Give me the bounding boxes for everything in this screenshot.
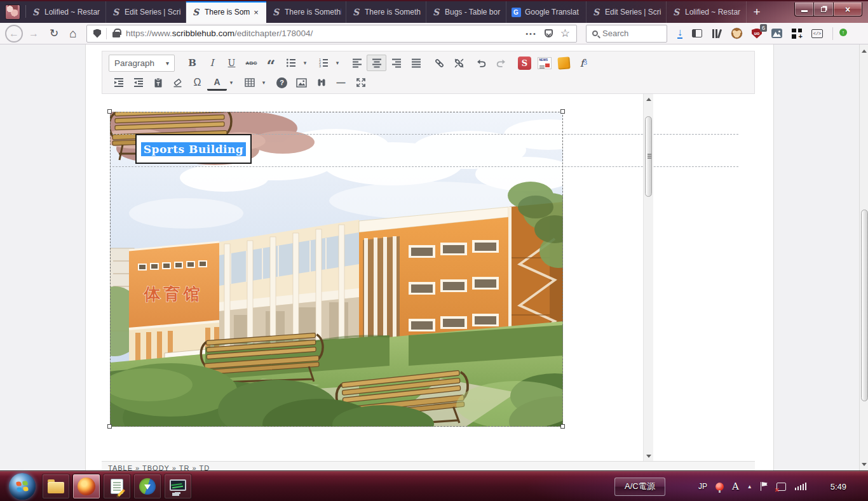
browser-scrollbar[interactable]: [859, 44, 868, 471]
taskbar-explorer-button[interactable]: [42, 474, 70, 499]
taskbar-firefox-button[interactable]: [72, 474, 100, 499]
numbered-list-button[interactable]: 123: [313, 55, 333, 71]
text-color-button[interactable]: A: [207, 74, 227, 91]
special-character-button[interactable]: Ω: [187, 74, 207, 91]
taskbar-notepad-button[interactable]: [103, 474, 131, 499]
table-button[interactable]: [240, 74, 259, 91]
indent-button[interactable]: [128, 74, 148, 91]
bullet-list-button[interactable]: [281, 55, 301, 71]
language-indicator[interactable]: JP: [698, 482, 707, 491]
tab-google-translate[interactable]: G Google Translat: [506, 1, 587, 23]
tab-bugs-table-border[interactable]: S Bugs - Table bor: [426, 1, 506, 23]
close-button[interactable]: ×: [834, 3, 862, 17]
action-center-flag-icon[interactable]: [761, 482, 768, 491]
ac-power-indicator[interactable]: A/C電源: [614, 478, 665, 496]
clear-formatting-button[interactable]: [168, 74, 187, 91]
image-extension-icon[interactable]: [771, 29, 782, 38]
align-center-button[interactable]: [367, 55, 386, 71]
tampermonkey-icon[interactable]: [731, 28, 742, 39]
fullscreen-button[interactable]: [351, 74, 370, 91]
search-bar[interactable]: [586, 25, 667, 43]
tab-there-is-something-active[interactable]: S There is Som ×: [186, 1, 266, 23]
bold-button[interactable]: B: [182, 55, 202, 71]
scribblehub-shortcode-button[interactable]: S: [515, 55, 534, 71]
table-caret-icon[interactable]: ▾: [259, 74, 268, 91]
sidebar-icon[interactable]: [692, 29, 702, 37]
search-input[interactable]: [602, 29, 653, 38]
author-note-button[interactable]: [554, 55, 574, 71]
paragraph-format-select[interactable]: Paragraph ▾: [109, 55, 175, 72]
library-icon[interactable]: [712, 29, 722, 38]
code-extension-icon[interactable]: </>: [811, 29, 823, 38]
new-tab-button[interactable]: +: [747, 1, 767, 23]
red-ball-tray-icon[interactable]: [715, 483, 724, 491]
taskbar-idm-button[interactable]: [133, 474, 161, 499]
start-button[interactable]: [9, 473, 36, 500]
strikethrough-button[interactable]: ABC: [241, 55, 261, 71]
scroll-up-icon[interactable]: [644, 94, 653, 104]
tab-there-is-something-2[interactable]: S There is Somethi: [266, 1, 346, 23]
downloads-icon[interactable]: ↓: [677, 28, 682, 39]
pinned-avatar-tab-icon[interactable]: [6, 5, 20, 19]
tab-close-icon[interactable]: ×: [250, 6, 262, 18]
taskbar-clock[interactable]: 5:49: [831, 482, 846, 491]
horizontal-rule-button[interactable]: —: [331, 74, 351, 91]
footnote-button[interactable]: f3: [574, 55, 593, 71]
paste-button[interactable]: [148, 74, 168, 91]
back-button[interactable]: ←: [5, 25, 23, 43]
bookmark-star-icon[interactable]: ☆: [560, 27, 570, 40]
numbered-list-caret-icon[interactable]: ▾: [333, 55, 342, 71]
align-right-button[interactable]: [386, 55, 406, 71]
news-block-button[interactable]: NEWS: [534, 55, 554, 71]
home-button[interactable]: ⌂: [65, 25, 81, 42]
signal-strength-icon[interactable]: [795, 483, 808, 490]
blockquote-button[interactable]: “: [261, 58, 281, 74]
network-disconnected-icon[interactable]: [776, 483, 786, 491]
resize-handle-bottom-left[interactable]: [107, 424, 112, 429]
italic-button[interactable]: I: [202, 55, 222, 71]
ime-mode-indicator[interactable]: A: [732, 481, 739, 492]
scroll-down-icon[interactable]: [860, 459, 868, 469]
resize-handle-bottom-right[interactable]: [560, 424, 565, 429]
tab-edit-series-1[interactable]: S Edit Series | Scrib: [106, 1, 186, 23]
resize-handle-top-right[interactable]: [560, 109, 565, 114]
underline-button[interactable]: U: [222, 55, 241, 71]
pocket-icon[interactable]: [545, 29, 553, 37]
text-color-caret-icon[interactable]: ▾: [227, 74, 236, 91]
remove-link-button[interactable]: [449, 55, 469, 71]
bullet-list-caret-icon[interactable]: ▾: [301, 55, 309, 71]
browser-scrollbar-thumb[interactable]: [861, 210, 868, 401]
justify-button[interactable]: [406, 55, 426, 71]
outdent-button[interactable]: [109, 74, 128, 91]
resize-handle-top-left[interactable]: [107, 109, 112, 114]
align-left-button[interactable]: [347, 55, 367, 71]
blocks-extension-icon[interactable]: +: [792, 29, 802, 39]
restore-button[interactable]: [814, 3, 834, 17]
caption-selected-text[interactable]: Sports Building: [141, 142, 247, 156]
insert-image-button[interactable]: [292, 74, 311, 91]
https-lock-icon[interactable]: [112, 32, 120, 37]
tab-edit-series-2[interactable]: S Edit Series | Scri: [587, 1, 667, 23]
editor-scrollbar-thumb[interactable]: [645, 116, 652, 197]
page-actions-icon[interactable]: •••: [526, 30, 537, 37]
find-binoculars-button[interactable]: [311, 74, 331, 91]
url-bar[interactable]: https://www.scribblehub.com/editchapter/…: [86, 25, 577, 43]
scroll-down-icon[interactable]: [644, 451, 653, 461]
tracking-protection-shield-icon[interactable]: [93, 29, 101, 38]
forward-button[interactable]: →: [25, 25, 42, 42]
scroll-up-icon[interactable]: [860, 46, 868, 56]
image-caption-cell[interactable]: Sports Building: [135, 134, 252, 164]
ublock-origin-button[interactable]: uo 6: [752, 29, 762, 39]
insert-link-button[interactable]: [430, 55, 449, 71]
element-path[interactable]: TABLE » TBODY » TR » TD: [108, 464, 210, 471]
taskbar-monitor-button[interactable]: [164, 474, 192, 499]
tab-there-is-something-3[interactable]: S There is Someth: [346, 1, 426, 23]
undo-button[interactable]: [471, 55, 491, 71]
editor-scrollbar[interactable]: [643, 94, 653, 461]
tab-lolified-1[interactable]: S Lolified ~ Restar: [26, 1, 106, 23]
show-hidden-icons-button[interactable]: ▲: [747, 484, 752, 490]
redo-button[interactable]: [491, 55, 511, 71]
help-button[interactable]: ?: [272, 74, 292, 91]
minimize-button[interactable]: [794, 3, 814, 17]
tab-lolified-2[interactable]: S Lolified ~ Restar: [667, 1, 747, 23]
